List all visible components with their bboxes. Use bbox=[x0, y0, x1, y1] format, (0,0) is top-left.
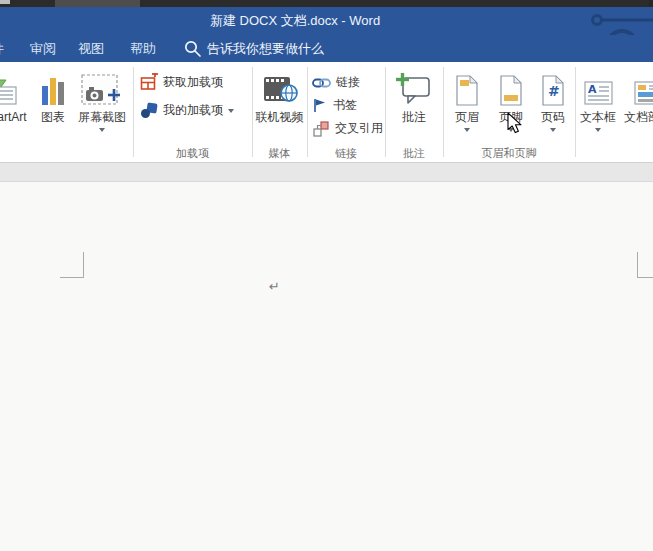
page-number-label: 页码 bbox=[541, 110, 565, 124]
cross-reference-label: 交叉引用 bbox=[335, 120, 383, 137]
text-box-label: 文本框 bbox=[580, 110, 616, 124]
smartart-label: SmartArt bbox=[0, 110, 27, 124]
screen-top-left-notch bbox=[0, 0, 10, 4]
group-separator bbox=[307, 67, 308, 157]
group-separator bbox=[443, 67, 444, 157]
svg-text:A: A bbox=[588, 83, 597, 96]
header-button[interactable]: 页眉 bbox=[448, 66, 486, 132]
margin-mark-right bbox=[637, 252, 653, 278]
header-icon bbox=[455, 66, 479, 106]
bookmark-icon bbox=[312, 98, 328, 113]
chevron-down-icon bbox=[99, 128, 105, 132]
document-background-band bbox=[0, 163, 653, 182]
smartart-icon bbox=[0, 66, 18, 106]
quick-parts-label: 文档部件 bbox=[624, 110, 653, 124]
footer-icon bbox=[499, 66, 523, 106]
my-addins-button[interactable]: 我的加载项 bbox=[140, 101, 234, 119]
group-separator bbox=[385, 67, 386, 157]
chevron-down-icon bbox=[228, 109, 234, 113]
group-label-header-footer: 页眉和页脚 bbox=[443, 146, 575, 161]
search-icon bbox=[184, 40, 201, 57]
group-label-comments: 批注 bbox=[385, 146, 443, 161]
comment-button[interactable]: 批注 bbox=[390, 66, 438, 124]
screenshot-button[interactable]: 屏幕截图 bbox=[72, 66, 132, 132]
chart-button[interactable]: 图表 bbox=[33, 66, 73, 124]
page-number-button[interactable]: # 页码 bbox=[534, 66, 572, 132]
group-label-addins: 加载项 bbox=[133, 146, 252, 161]
tab-view[interactable]: 视图 bbox=[78, 35, 104, 62]
textbox-icon: A bbox=[584, 66, 613, 106]
tab-mailings-partial[interactable]: 件 bbox=[0, 35, 4, 62]
online-video-label: 联机视频 bbox=[256, 110, 304, 124]
chevron-down-icon bbox=[464, 128, 470, 132]
store-icon bbox=[140, 73, 158, 91]
online-video-icon bbox=[262, 66, 298, 106]
tell-me-search-label: 告诉我你想要做什么 bbox=[207, 40, 324, 58]
get-addins-label: 获取加载项 bbox=[163, 74, 223, 91]
screen-top-edge-highlight bbox=[55, 0, 140, 7]
document-page[interactable]: ↵ bbox=[0, 182, 653, 551]
chevron-down-icon bbox=[508, 128, 514, 132]
chevron-down-icon bbox=[550, 128, 556, 132]
chart-label: 图表 bbox=[41, 110, 65, 124]
header-label: 页眉 bbox=[455, 110, 479, 124]
group-label-media: 媒体 bbox=[252, 146, 307, 161]
my-addins-label: 我的加载项 bbox=[163, 102, 223, 119]
link-icon bbox=[312, 76, 331, 90]
margin-mark-left bbox=[60, 252, 84, 278]
comment-icon bbox=[395, 66, 433, 106]
my-addins-icon bbox=[140, 101, 158, 119]
quick-parts-button[interactable]: 文档部件 bbox=[620, 66, 653, 124]
page-number-icon: # bbox=[541, 66, 565, 106]
footer-button[interactable]: 页脚 bbox=[492, 66, 530, 132]
paragraph-mark: ↵ bbox=[269, 279, 280, 294]
link-button[interactable]: 链接 bbox=[312, 74, 360, 91]
word-window: 新建 DOCX 文档.docx - Word 件 审阅 视图 帮助 告诉我你想要… bbox=[0, 0, 653, 551]
bookmark-label: 书签 bbox=[333, 97, 357, 114]
chevron-down-icon bbox=[595, 128, 601, 132]
svg-text:#: # bbox=[548, 83, 560, 99]
tab-help[interactable]: 帮助 bbox=[130, 35, 156, 62]
text-box-button[interactable]: A 文本框 bbox=[578, 66, 618, 132]
window-title: 新建 DOCX 文档.docx - Word bbox=[0, 7, 590, 35]
chart-icon bbox=[40, 66, 66, 106]
screenshot-icon bbox=[81, 66, 123, 106]
get-addins-button[interactable]: 获取加载项 bbox=[140, 73, 223, 91]
quick-parts-icon bbox=[634, 66, 653, 106]
link-label: 链接 bbox=[336, 74, 360, 91]
group-separator bbox=[575, 67, 576, 157]
screenshot-label: 屏幕截图 bbox=[78, 110, 126, 124]
footer-label: 页脚 bbox=[499, 110, 523, 124]
online-video-button[interactable]: 联机视频 bbox=[252, 66, 307, 124]
smartart-button[interactable]: SmartArt bbox=[0, 66, 34, 124]
tab-review[interactable]: 审阅 bbox=[30, 35, 56, 62]
comment-label: 批注 bbox=[402, 110, 426, 124]
cross-reference-icon bbox=[312, 121, 330, 137]
tell-me-search[interactable]: 告诉我你想要做什么 bbox=[184, 35, 324, 62]
group-label-links: 链接 bbox=[307, 146, 385, 161]
cross-reference-button[interactable]: 交叉引用 bbox=[312, 120, 383, 137]
group-separator bbox=[133, 67, 134, 157]
bookmark-button[interactable]: 书签 bbox=[312, 97, 357, 114]
